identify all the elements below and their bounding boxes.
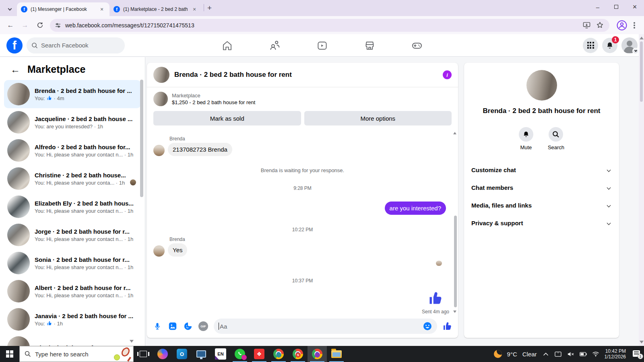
outlook-button[interactable]: O (172, 346, 192, 362)
conversation-row-christine[interactable]: Christine · 2 bed 2 bath house... You: H… (4, 165, 141, 193)
more-options-button[interactable]: More options (304, 111, 452, 125)
weather-temp[interactable]: 9°C (507, 351, 517, 358)
outgoing-message-bubble[interactable]: are you interested? (385, 202, 446, 215)
facebook-logo[interactable]: f (6, 37, 23, 53)
sender-avatar[interactable] (153, 245, 165, 257)
incoming-message-bubble[interactable]: 2137082723 Brenda (168, 143, 232, 156)
sticker-icon[interactable] (183, 321, 193, 331)
scroll-down-icon[interactable] (640, 341, 644, 343)
chat-scroll-down-icon[interactable] (453, 311, 456, 313)
sender-avatar[interactable] (153, 145, 165, 156)
chat-scrollbar-thumb[interactable] (454, 216, 457, 307)
close-window-button[interactable]: × (625, 0, 644, 14)
sent-thumb-up-sticker[interactable] (427, 291, 445, 306)
mark-as-sold-button[interactable]: Mark as sold (153, 111, 301, 125)
chrome-profile1-button[interactable] (269, 346, 288, 362)
send-like-icon[interactable] (443, 321, 452, 331)
bookmark-star-icon[interactable] (596, 21, 604, 29)
conversation-row-alfredo[interactable]: Alfredo · 2 bed 2 bath house for... You:… (4, 136, 141, 165)
message-list[interactable]: Brenda 2137082723 Brenda Brenda is waiti… (147, 130, 458, 315)
message-input[interactable] (220, 323, 423, 330)
conversation-row-elizabeth[interactable]: Elizabeth Ely · 2 bed 2 bath hous... You… (4, 193, 141, 221)
scroll-up-icon[interactable] (640, 37, 644, 39)
file-explorer-button[interactable] (327, 346, 346, 362)
voice-clip-icon[interactable] (153, 321, 162, 331)
taskbar-clock[interactable]: 10:42 PM 1/12/2026 (605, 348, 626, 360)
conversation-row-jorge[interactable]: Jorge · 2 bed 2 bath house for r... You:… (4, 221, 141, 249)
conversation-row-albert[interactable]: Albert · 2 bed 2 bath house for r... You… (4, 277, 141, 305)
marketplace-icon[interactable] (364, 40, 375, 51)
task-view-button[interactable] (134, 346, 153, 362)
mute-bell-icon[interactable] (519, 127, 533, 142)
search-icon[interactable] (549, 127, 563, 142)
volume-muted-icon[interactable] (567, 350, 574, 358)
page-scrollbar[interactable] (639, 34, 644, 346)
chat-avatar[interactable] (153, 67, 169, 83)
facebook-search[interactable] (27, 37, 125, 53)
chrome-profile3-button-active[interactable] (308, 346, 327, 362)
conversation-row-brenda[interactable]: Brenda · 2 bed 2 bath house for ... You:… (4, 80, 141, 108)
message-input-pill[interactable] (214, 319, 437, 334)
back-button[interactable]: ← (4, 19, 17, 32)
weather-condition[interactable]: Clear (522, 351, 537, 358)
tray-expand-icon[interactable] (542, 350, 549, 358)
gaming-icon[interactable] (411, 40, 423, 51)
chat-title[interactable]: Brenda · 2 bed 2 bath house for rent (174, 71, 292, 79)
section-media-files-links[interactable]: Media, files and links (464, 196, 619, 214)
sidebar-scrollbar-thumb[interactable] (140, 80, 143, 197)
red-app-button[interactable]: ❖ (250, 346, 269, 362)
watch-icon[interactable] (316, 40, 328, 51)
mute-action[interactable]: Mute (519, 127, 533, 150)
conversation-row-janavia[interactable]: Janavia · 2 bed 2 bath house for ... You… (4, 305, 141, 333)
search-highlight-image[interactable] (113, 346, 132, 362)
search-action[interactable]: Search (548, 127, 564, 150)
conversation-list[interactable]: ← Marketplace Brenda · 2 bed 2 bath hous… (0, 57, 145, 346)
forward-button[interactable]: → (19, 19, 31, 32)
back-arrow-icon[interactable]: ← (10, 65, 20, 74)
site-settings-icon[interactable] (55, 22, 61, 29)
section-customize-chat[interactable]: Customize chat (464, 161, 619, 179)
listing-thumbnail[interactable] (153, 92, 168, 106)
account-avatar[interactable] (621, 37, 638, 53)
chrome-profile2-button[interactable]: S (288, 346, 308, 362)
tab-marketplace[interactable]: f (1) Marketplace - 2 bed 2 bath h × (109, 2, 202, 16)
friends-icon[interactable] (269, 40, 280, 51)
section-privacy-support[interactable]: Privacy & support (464, 214, 619, 232)
gif-icon[interactable]: GIF (198, 321, 208, 331)
close-tab-icon[interactable]: × (191, 6, 198, 13)
page-scrollbar-thumb[interactable] (640, 41, 643, 102)
tab-search-button[interactable] (4, 3, 15, 14)
weather-moon-icon[interactable] (494, 350, 502, 358)
display-settings-button[interactable] (192, 346, 211, 362)
notifications-button[interactable]: 1 (602, 38, 617, 53)
address-bar[interactable]: web.facebook.com/messages/t/127150274147… (50, 19, 609, 32)
browser-profile-avatar[interactable] (617, 20, 627, 31)
conversation-row-sonia[interactable]: Sonia · 2 bed 2 bath house for r... You:… (4, 249, 141, 277)
whatsapp-button[interactable] (230, 346, 250, 362)
chat-scroll-up-icon[interactable] (453, 132, 456, 134)
restore-button[interactable] (607, 0, 625, 14)
apps-menu-button[interactable] (583, 38, 598, 53)
copilot-button[interactable] (153, 346, 172, 362)
tab-messenger[interactable]: f (1) Messenger | Facebook × (17, 2, 109, 16)
home-icon[interactable] (221, 40, 233, 51)
wifi-icon[interactable] (592, 350, 599, 358)
conversation-row-jacqueline[interactable]: Jacqueline · 2 bed 2 bath house ... You:… (4, 108, 141, 136)
conversation-info-icon[interactable]: i (443, 70, 452, 79)
attach-photo-icon[interactable] (168, 321, 178, 331)
new-tab-button[interactable]: + (207, 4, 212, 12)
conversation-row-partial[interactable]: 2 bed 2 bath house for r... (4, 333, 141, 346)
section-chat-members[interactable]: Chat members (464, 179, 619, 196)
start-button[interactable] (0, 346, 19, 362)
action-center-button[interactable]: 1 (633, 350, 641, 358)
taskbar-search[interactable]: Type here to search (19, 346, 134, 362)
install-icon[interactable] (583, 22, 590, 29)
sidebar-scroll-down-icon[interactable] (130, 340, 134, 343)
close-tab-icon[interactable]: × (98, 6, 105, 13)
facebook-search-input[interactable] (41, 42, 114, 49)
battery-icon[interactable] (580, 350, 587, 358)
browser-menu-icon[interactable] (634, 25, 635, 26)
reload-button[interactable] (33, 19, 46, 32)
minimize-button[interactable]: – (588, 0, 607, 14)
tablet-icon[interactable] (555, 350, 562, 358)
